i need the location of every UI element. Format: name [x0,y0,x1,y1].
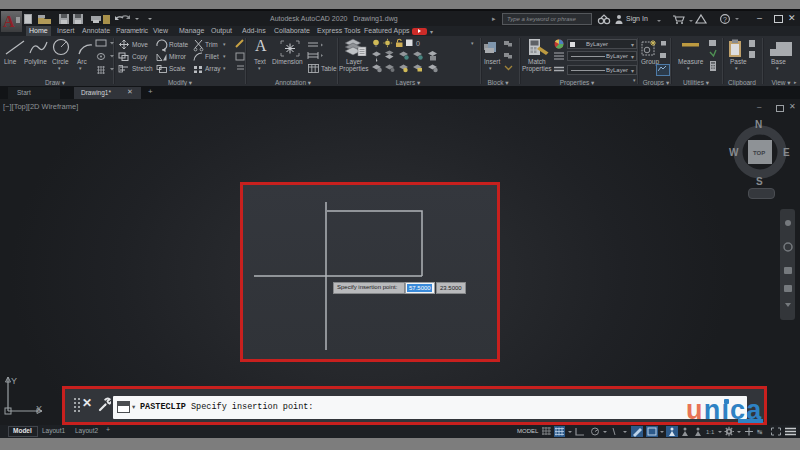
svg-text:1:1: 1:1 [706,429,715,435]
svg-text:S: S [756,176,763,187]
svg-text:?: ? [723,16,727,23]
svg-text:↹: ↹ [757,428,762,435]
svg-text:E: E [783,147,790,158]
svg-text:X: X [36,404,42,414]
svg-text:N: N [755,119,762,130]
svg-text:TOP: TOP [753,150,765,156]
svg-text:Y: Y [11,376,17,386]
svg-text:0: 0 [416,40,420,47]
svg-text:W: W [729,147,739,158]
